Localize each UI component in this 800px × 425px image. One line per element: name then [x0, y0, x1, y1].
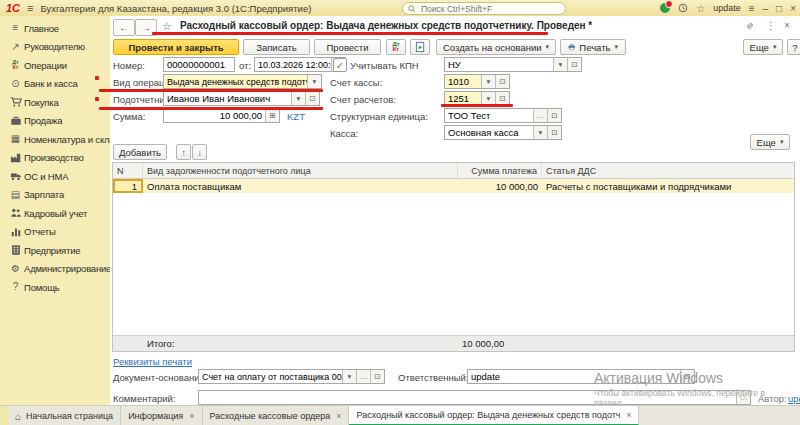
dropdown-icon[interactable]: ▾: [342, 370, 356, 383]
sidebar-item-proizvodstvo[interactable]: Производство: [0, 149, 110, 168]
create-on-base-button[interactable]: Создать на основании ▾: [436, 39, 556, 55]
sidebar-item-operacii[interactable]: ДтКт Операции: [0, 56, 110, 75]
maximize-button[interactable]: □: [776, 3, 782, 14]
tab-informaciya[interactable]: Информация ×: [121, 406, 202, 425]
number-label: Номер:: [113, 60, 145, 71]
post-and-close-button[interactable]: Провести и закрыть: [113, 39, 239, 55]
calculator-icon[interactable]: ⊞: [265, 109, 279, 122]
tab-home[interactable]: ⌂ Начальная страница: [8, 406, 121, 425]
col-header-dds[interactable]: Статья ДДС: [542, 163, 794, 178]
tab-rashodnyj-order-active[interactable]: Расходный кассовый ордер: Выдача денежны…: [349, 406, 639, 425]
add-row-button[interactable]: Добавить: [113, 144, 167, 160]
sidebar-item-predpriyatie[interactable]: Предприятие: [0, 241, 110, 260]
minimize-button[interactable]: –: [763, 3, 769, 14]
document-movements-button[interactable]: [410, 39, 430, 55]
print-button[interactable]: Печать ▾: [560, 39, 626, 55]
row-number-cell[interactable]: 1: [113, 179, 143, 193]
open-icon[interactable]: ⊡: [567, 58, 581, 71]
table-body[interactable]: 1 Оплата поставщикам 10 000,00 Расчеты с…: [113, 179, 794, 335]
amount-cell[interactable]: 10 000,00: [458, 179, 542, 193]
truck-icon: [7, 170, 24, 182]
dropdown-icon[interactable]: ▾: [553, 58, 567, 71]
accountable-field[interactable]: Иванов Иван Иванович ▾ ⊡: [163, 91, 320, 106]
help-button[interactable]: ?: [787, 39, 800, 55]
amount-field[interactable]: 10 000,00 ⊞: [163, 108, 280, 123]
dropdown-icon[interactable]: ▾: [291, 92, 305, 105]
search-input[interactable]: [419, 3, 553, 15]
kpn-field[interactable]: НУ ▾ ⊡: [444, 57, 582, 72]
base-document-label: Документ-основание:: [113, 372, 208, 383]
dropdown-icon[interactable]: ▾: [533, 126, 547, 139]
total-value: 10 000,00: [462, 338, 550, 349]
col-header-n[interactable]: N: [113, 163, 143, 178]
sidebar-item-pokupka[interactable]: Покупка: [0, 93, 110, 112]
operation-type-field[interactable]: Выдача денежных средств подотчетнику ▾: [163, 74, 322, 89]
move-row-up-button[interactable]: ↑: [176, 144, 191, 160]
tab-rashodnye-ordera[interactable]: Расходные кассовые ордера ×: [203, 406, 350, 425]
favorites-star-icon[interactable]: ☆: [696, 3, 705, 14]
comment-label: Комментарий:: [113, 393, 175, 404]
close-window-button[interactable]: ×: [790, 3, 796, 14]
kpn-label: Учитывать КПН: [350, 60, 419, 71]
close-tab-icon[interactable]: ×: [626, 410, 631, 420]
cashbox-field[interactable]: Основная касса ▾ ⊡: [444, 125, 562, 140]
notifications-icon[interactable]: [660, 3, 670, 13]
table-row[interactable]: 1 Оплата поставщикам 10 000,00 Расчеты с…: [113, 179, 794, 193]
close-document-icon[interactable]: ×: [784, 20, 790, 31]
structural-unit-field[interactable]: ТОО Тест … ⊡: [444, 108, 562, 123]
open-icon[interactable]: ⊡: [370, 370, 384, 383]
close-tab-icon[interactable]: ×: [336, 411, 341, 421]
open-icon[interactable]: ⊡: [547, 126, 561, 139]
sidebar-item-glavnoe[interactable]: ≡ Главное: [0, 19, 110, 38]
history-clock-icon[interactable]: [678, 3, 688, 13]
post-button[interactable]: Провести: [314, 39, 381, 55]
write-button[interactable]: Записать: [243, 39, 310, 55]
sidebar-item-zarplata[interactable]: ▤ Зарплата: [0, 186, 110, 205]
open-icon[interactable]: ⊡: [305, 92, 319, 105]
number-field[interactable]: 00000000001: [163, 57, 235, 72]
dropdown-icon[interactable]: ▾: [481, 75, 495, 88]
open-icon[interactable]: ⊡: [495, 75, 509, 88]
move-row-down-button[interactable]: ↓: [192, 144, 207, 160]
chevron-down-icon: ▾: [546, 43, 550, 51]
close-tab-icon[interactable]: ×: [189, 411, 194, 421]
more-kebab-icon[interactable]: ⋮: [766, 20, 776, 31]
current-user[interactable]: update: [713, 3, 741, 13]
sidebar-item-otchety[interactable]: Отчеты: [0, 223, 110, 242]
table-more-button[interactable]: Еще ▾: [750, 134, 790, 150]
print-requisites-link[interactable]: Реквизиты печати: [113, 356, 192, 367]
open-windows-taskbar: ⌂ Начальная страница Информация × Расход…: [0, 405, 800, 425]
sidebar-item-kadrovyj-uchet[interactable]: Кадровый учет: [0, 204, 110, 223]
more-button[interactable]: Еще ▾: [743, 39, 783, 55]
debt-type-cell[interactable]: Оплата поставщикам: [143, 179, 458, 193]
kpn-checkbox[interactable]: ✓: [333, 58, 347, 72]
dropdown-icon[interactable]: ▾: [307, 75, 321, 88]
open-icon[interactable]: ⊡: [547, 109, 561, 122]
col-header-amount[interactable]: Сумма платежа: [458, 163, 542, 178]
global-search[interactable]: [402, 2, 566, 15]
col-header-debt-type[interactable]: Вид задолженности подотчетного лица: [143, 163, 458, 178]
help-icon: ?: [7, 282, 24, 292]
main-menu-icon[interactable]: ≡: [27, 2, 33, 14]
sidebar-item-administrirovanie[interactable]: ⚙ Администрирование: [0, 260, 110, 279]
sidebar-item-prodazha[interactable]: Продажа: [0, 112, 110, 131]
sidebar-item-nomenklatura[interactable]: ▦ Номенклатура и склад: [0, 130, 110, 149]
show-postings-dtkt-button[interactable]: ДтКт: [386, 39, 406, 55]
back-button[interactable]: ←: [113, 19, 135, 36]
sidebar-item-bank-i-kassa[interactable]: ⊙ Банк и касса: [0, 75, 110, 94]
get-link-icon[interactable]: [745, 21, 755, 31]
people-icon: [7, 207, 24, 219]
sidebar-item-pomosch[interactable]: ? Помощь: [0, 278, 110, 297]
service-menu-icon[interactable]: ≡: [749, 3, 755, 14]
choose-icon[interactable]: …: [356, 370, 370, 383]
sidebar-item-rukovoditelyu[interactable]: ↗ Руководителю: [0, 38, 110, 57]
choose-icon[interactable]: …: [533, 109, 547, 122]
cash-account-field[interactable]: 1010 ▾ ⊡: [444, 74, 510, 89]
dds-cell[interactable]: Расчеты с поставщиками и подрядчиками: [542, 179, 794, 193]
taskbar-edge: [0, 406, 8, 425]
sidebar-item-os-i-nma[interactable]: ОС и НМА: [0, 167, 110, 186]
author-link[interactable]: update: [788, 393, 800, 404]
base-document-field[interactable]: Счет на оплату от поставщика 00000000001…: [198, 369, 385, 384]
table-header-row: N Вид задолженности подотчетного лица Су…: [113, 163, 794, 179]
currency-link[interactable]: KZT: [287, 111, 305, 122]
